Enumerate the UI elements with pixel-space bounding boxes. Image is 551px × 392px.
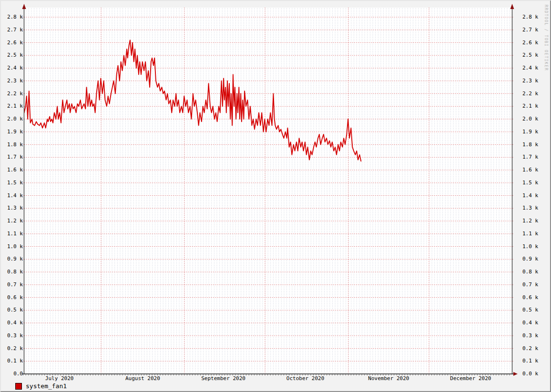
- y-axis-right-label: 0.0 k: [522, 371, 543, 377]
- y-axis-left-label: 2.1 k: [2, 103, 23, 110]
- y-axis-left-label: 0.5 k: [2, 307, 23, 313]
- y-axis-left-label: 1.8 k: [2, 141, 23, 148]
- y-axis-left-label: 1.3 k: [2, 205, 23, 211]
- rrd-graph-frame: 2.8 k2.8 k2.7 k2.7 k2.6 k2.6 k2.5 k2.5 k…: [0, 0, 551, 392]
- legend-swatch-icon: [15, 383, 22, 390]
- y-axis-right-label: 0.1 k: [522, 358, 543, 364]
- y-axis-left-label: 1.9 k: [2, 129, 23, 135]
- legend: system_fan1: [15, 382, 67, 390]
- y-axis-right-label: 1.3 k: [522, 205, 543, 211]
- y-axis-right-label: 1.5 k: [522, 180, 543, 186]
- y-axis-left-arrow-icon: [22, 4, 26, 9]
- y-axis-right-label: 1.4 k: [522, 192, 543, 199]
- y-axis-left-label: 0.6 k: [2, 294, 23, 301]
- y-axis-left-label: 2.3 k: [2, 78, 23, 84]
- y-axis-right-label: 0.7 k: [522, 281, 543, 288]
- y-axis-right-arrow-icon: [510, 4, 514, 9]
- y-axis-left-label: 0.1 k: [2, 358, 23, 364]
- y-axis-left-label: 0.7 k: [2, 281, 23, 288]
- y-axis-left-label: 0.3 k: [2, 332, 23, 339]
- y-axis-right-label: 1.9 k: [522, 129, 543, 135]
- x-axis-month-label: December 2020: [450, 375, 491, 382]
- y-axis-right-label: 2.1 k: [522, 103, 543, 110]
- y-axis-left-label: 1.4 k: [2, 192, 23, 199]
- y-axis-right-label: 2.3 k: [522, 78, 543, 84]
- x-axis-month-label: November 2020: [368, 375, 409, 382]
- y-axis-left-label: 1.0 k: [2, 243, 23, 250]
- y-axis-left-label: 2.7 k: [2, 27, 23, 33]
- y-axis-right-label: 0.5 k: [522, 307, 543, 313]
- x-axis-month-label: July 2020: [45, 375, 74, 382]
- y-axis-right-label: 1.6 k: [522, 167, 543, 173]
- x-axis-month-label: September 2020: [201, 375, 245, 382]
- y-axis-right-label: 1.1 k: [522, 231, 543, 237]
- watermark-text: RRDTOOL / TOBI OETIKER: [544, 5, 548, 71]
- y-axis-left-label: 2.5 k: [2, 52, 23, 59]
- y-axis-left-label: 0.9 k: [2, 256, 23, 262]
- y-axis-left-label: 2.6 k: [2, 40, 23, 46]
- y-axis-left-label: 1.7 k: [2, 154, 23, 161]
- y-axis-left-label: 0.0: [2, 371, 23, 377]
- legend-label: system_fan1: [26, 383, 67, 390]
- y-axis-left-label: 1.1 k: [2, 231, 23, 237]
- y-axis-left-label: 1.2 k: [2, 218, 23, 224]
- y-axis-right-label: 2.8 k: [522, 14, 543, 20]
- y-axis-left-label: 2.8 k: [2, 14, 23, 20]
- y-axis-left-label: 0.4 k: [2, 320, 23, 326]
- axis-ticks: [23, 374, 510, 375]
- y-axis-right-label: 2.4 k: [522, 65, 543, 71]
- y-axis-right-label: 0.6 k: [522, 294, 543, 301]
- y-axis-left-label: 2.2 k: [2, 90, 23, 97]
- minor-grid: [24, 8, 512, 374]
- chart-canvas: [1, 1, 551, 392]
- y-axis-right-label: 0.2 k: [522, 345, 543, 352]
- y-axis-left-label: 0.8 k: [2, 269, 23, 275]
- y-axis-right-label: 2.5 k: [522, 52, 543, 59]
- y-axis-left-label: 0.2 k: [2, 345, 23, 352]
- y-axis-right-label: 2.6 k: [522, 40, 543, 46]
- x-axis-arrow-icon: [513, 372, 518, 376]
- y-axis-right-label: 0.8 k: [522, 269, 543, 275]
- y-axis-left-label: 2.0 k: [2, 116, 23, 122]
- x-axis-month-label: August 2020: [125, 375, 160, 382]
- y-axis-right-label: 1.7 k: [522, 154, 543, 161]
- y-axis-right-label: 1.2 k: [522, 218, 543, 224]
- y-axis-right-label: 0.3 k: [522, 332, 543, 339]
- y-axis-left-label: 1.5 k: [2, 180, 23, 186]
- y-axis-right-label: 0.4 k: [522, 320, 543, 326]
- y-axis-right-label: 0.9 k: [522, 256, 543, 262]
- y-axis-right-label: 2.2 k: [522, 90, 543, 97]
- y-axis-right-label: 1.0 k: [522, 243, 543, 250]
- x-axis-month-label: October 2020: [286, 375, 324, 382]
- y-axis-left-label: 2.4 k: [2, 65, 23, 71]
- y-axis-right-label: 2.0 k: [522, 116, 543, 122]
- y-axis-right-label: 2.7 k: [522, 27, 543, 33]
- y-axis-left-label: 1.6 k: [2, 167, 23, 173]
- y-axis-right-label: 1.8 k: [522, 141, 543, 148]
